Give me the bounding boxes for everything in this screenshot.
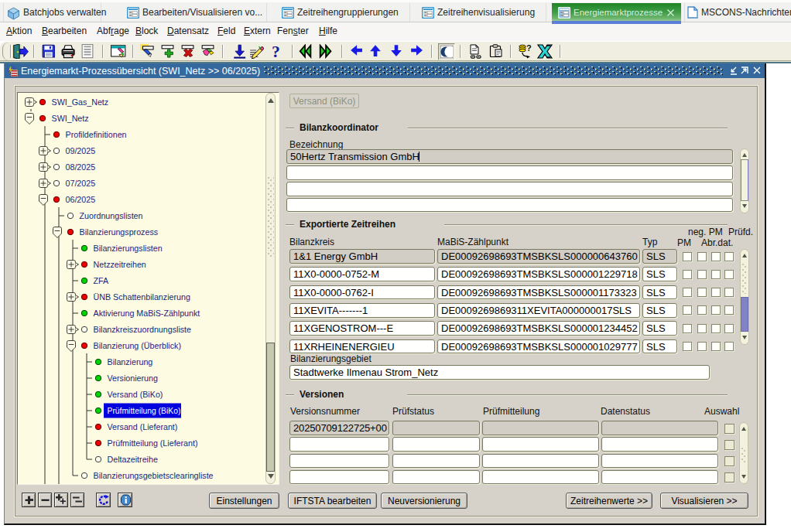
svg-text:Bilanzierungslisten: Bilanzierungslisten <box>94 244 163 253</box>
svg-text:Deltazeitreihe: Deltazeitreihe <box>108 455 158 464</box>
svg-text:?: ? <box>526 44 532 53</box>
svg-text:Netzzeitreihen: Netzzeitreihen <box>94 260 146 269</box>
svg-text:09/2025: 09/2025 <box>66 146 96 155</box>
svg-text:Versand (Lieferant): Versand (Lieferant) <box>108 422 178 431</box>
svg-text:ÜNB Schattenbilanzierung: ÜNB Schattenbilanzierung <box>94 292 190 302</box>
svg-text:Zuordnungslisten: Zuordnungslisten <box>80 211 143 220</box>
svg-text:ZFA: ZFA <box>94 276 109 285</box>
svg-text:Bilanzierung (Überblick): Bilanzierung (Überblick) <box>94 341 181 350</box>
svg-text:Versand (BiKo): Versand (BiKo) <box>108 390 163 399</box>
svg-text:07/2025: 07/2025 <box>66 179 96 188</box>
svg-text:08/2025: 08/2025 <box>66 162 96 172</box>
svg-text:SWI_Netz: SWI_Netz <box>52 114 89 123</box>
svg-text:Aktivierung MaBiS-Zählpunkt: Aktivierung MaBiS-Zählpunkt <box>94 309 200 318</box>
svg-text:Bilanzierungsgebietsclearingli: Bilanzierungsgebietsclearingliste <box>94 471 214 480</box>
svg-text:Bilanzkreiszuordnungsliste: Bilanzkreiszuordnungsliste <box>94 325 192 334</box>
svg-text:Bilanzierungsprozess: Bilanzierungsprozess <box>80 227 159 237</box>
svg-text:Versionierung: Versionierung <box>108 373 158 383</box>
svg-text:?: ? <box>272 44 280 59</box>
svg-text:Profildefinitionen: Profildefinitionen <box>66 130 127 139</box>
svg-text:Bilanzierung: Bilanzierung <box>108 357 153 367</box>
svg-text:06/2025: 06/2025 <box>66 195 96 204</box>
svg-text:Prüfmitteilung (Lieferant): Prüfmitteilung (Lieferant) <box>108 438 198 448</box>
svg-text:Prüfmitteilung (BiKo): Prüfmitteilung (BiKo) <box>108 407 181 415</box>
svg-text:SWI_Gas_Netz: SWI_Gas_Netz <box>52 97 109 107</box>
